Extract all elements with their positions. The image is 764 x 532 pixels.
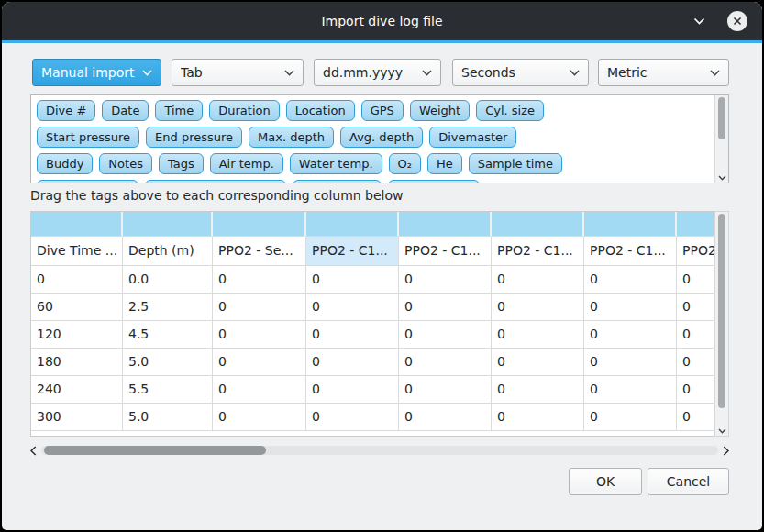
- instruction-text: Drag the tags above to each correspondin…: [30, 188, 404, 203]
- chevron-down-icon: [710, 70, 720, 76]
- close-button[interactable]: [727, 11, 747, 31]
- column-drop-target[interactable]: [677, 212, 714, 237]
- tag-pool-scrollbar[interactable]: [714, 95, 728, 183]
- table-cell: 0: [677, 404, 714, 431]
- scrollbar-thumb[interactable]: [44, 446, 266, 455]
- tag-chip[interactable]: Sample CNS: [388, 180, 480, 183]
- tag-chip[interactable]: Tags: [159, 153, 204, 174]
- tag-chip[interactable]: End pressure: [146, 127, 242, 148]
- table-cell: 0: [306, 376, 399, 404]
- tag-chip[interactable]: Sample depth: [37, 180, 138, 183]
- table-cell: 0: [213, 294, 306, 321]
- shade-chevron-icon[interactable]: [693, 2, 705, 40]
- column-drop-target[interactable]: [399, 212, 492, 237]
- tag-pool: Dive # Date Time Duration Location GPS W…: [30, 94, 729, 183]
- table-cell: 0: [306, 266, 399, 294]
- tag-chip[interactable]: Dive #: [37, 100, 95, 121]
- column-header: PPO2 - C1...: [584, 237, 677, 266]
- table-cell: 0: [306, 404, 399, 431]
- tag-chip[interactable]: Water temp.: [290, 153, 382, 174]
- tag-chip[interactable]: Air temp.: [210, 153, 283, 174]
- tag-chip[interactable]: Date: [102, 100, 149, 121]
- duration-format-select[interactable]: Seconds: [452, 59, 589, 86]
- table-cell: 0: [31, 266, 123, 294]
- tag-chip[interactable]: Duration: [209, 100, 279, 121]
- tag-chip[interactable]: He: [427, 153, 462, 174]
- tag-chip[interactable]: Notes: [99, 153, 152, 174]
- table-cell: 0: [399, 266, 492, 294]
- tag-chip[interactable]: Weight: [410, 100, 470, 121]
- table-cell: 5.0: [123, 404, 213, 431]
- scrollbar-thumb[interactable]: [718, 214, 725, 408]
- table-cell: 240: [31, 376, 123, 404]
- scroll-down-icon[interactable]: [715, 175, 728, 181]
- table-cell: 300: [31, 404, 123, 431]
- table-cell: 0: [584, 376, 677, 404]
- table-cell: 0: [306, 294, 399, 321]
- import-mode-select[interactable]: Manual import: [32, 59, 161, 86]
- table-vertical-scrollbar[interactable]: [714, 211, 729, 437]
- table-cell: 0: [399, 349, 492, 376]
- date-format-select[interactable]: dd.mm.yyyy: [314, 59, 441, 86]
- tag-chip[interactable]: Start pressure: [37, 127, 139, 148]
- ok-button[interactable]: OK: [569, 468, 642, 495]
- scroll-down-icon[interactable]: [715, 428, 728, 434]
- scroll-left-icon[interactable]: [30, 446, 37, 456]
- table-cell: 0: [399, 321, 492, 349]
- tag-row: Start pressure End pressure Max. depth A…: [37, 127, 728, 148]
- scrollbar-thumb[interactable]: [718, 97, 725, 139]
- scroll-right-icon[interactable]: [723, 446, 729, 456]
- screen: Import dive log file Manual import Tab d…: [0, 0, 764, 532]
- table-cell: 120: [31, 321, 123, 349]
- column-drop-target[interactable]: [492, 212, 584, 237]
- table-cell: 0: [213, 349, 306, 376]
- table-cell: 0: [677, 349, 714, 376]
- chevron-down-icon: [284, 70, 294, 76]
- close-icon: [733, 17, 742, 26]
- tag-chip[interactable]: O₂: [389, 153, 421, 174]
- table-cell: 0: [677, 266, 714, 294]
- tag-chip[interactable]: Sample time: [469, 153, 562, 174]
- scrollbar-track[interactable]: [41, 446, 718, 455]
- window-title: Import dive log file: [2, 2, 762, 40]
- table-cell: 60: [31, 294, 123, 321]
- titlebar[interactable]: Import dive log file: [2, 2, 762, 40]
- column-header: PPO2 - C1...: [306, 237, 399, 266]
- tag-chip[interactable]: Avg. depth: [340, 127, 423, 148]
- table-cell: 4.5: [123, 321, 213, 349]
- tag-chip[interactable]: GPS: [361, 100, 404, 121]
- tag-chip[interactable]: Time: [155, 100, 203, 121]
- table-cell: 0: [584, 321, 677, 349]
- column-header: PPO2 - C1...: [492, 237, 584, 266]
- chevron-down-icon: [422, 70, 432, 76]
- table-cell: 0: [677, 376, 714, 404]
- column-drop-target[interactable]: [123, 212, 213, 237]
- table-cell: 0: [492, 321, 584, 349]
- column-header: PPO2: [677, 237, 714, 266]
- tag-chip[interactable]: Divemaster: [429, 127, 516, 148]
- import-mode-value: Manual import: [41, 65, 135, 80]
- import-dialog: Import dive log file Manual import Tab d…: [2, 2, 762, 530]
- tag-chip[interactable]: Location: [286, 100, 355, 121]
- tag-chip[interactable]: Sample pO₂: [293, 180, 382, 183]
- column-header: PPO2 - C1...: [399, 237, 492, 266]
- table-horizontal-scrollbar[interactable]: [30, 444, 729, 457]
- tag-chip[interactable]: Sample temperature: [145, 180, 287, 183]
- tag-chip[interactable]: Max. depth: [249, 127, 334, 148]
- column-drop-target[interactable]: [31, 212, 123, 237]
- column-drop-target[interactable]: [306, 212, 399, 237]
- tag-chip[interactable]: Buddy: [37, 153, 93, 174]
- table-cell: 5.0: [123, 349, 213, 376]
- tag-row: Sample depth Sample temperature Sample p…: [37, 180, 728, 183]
- duration-format-value: Seconds: [461, 65, 515, 80]
- tag-chip[interactable]: Cyl. size: [476, 100, 544, 121]
- units-select[interactable]: Metric: [598, 59, 729, 86]
- table-cell: 0: [492, 266, 584, 294]
- column-drop-target[interactable]: [584, 212, 677, 237]
- column-drop-target[interactable]: [213, 212, 306, 237]
- cancel-button[interactable]: Cancel: [648, 468, 729, 495]
- table-cell: 0: [492, 349, 584, 376]
- table-cell: 180: [31, 349, 123, 376]
- table-cell: 5.5: [123, 376, 213, 404]
- field-separator-select[interactable]: Tab: [172, 59, 304, 86]
